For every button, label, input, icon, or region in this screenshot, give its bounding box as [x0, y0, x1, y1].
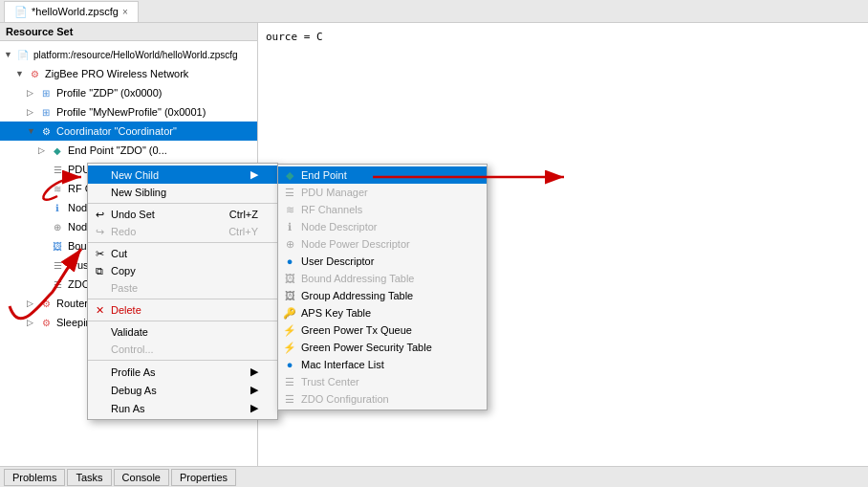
menu-copy[interactable]: ⧉ Copy: [88, 262, 277, 279]
menu-validate[interactable]: Validate: [88, 323, 277, 341]
menu-new-child[interactable]: New Child ▶: [88, 166, 277, 184]
submenu-rf-channels: ≋ RF Channels: [278, 201, 487, 218]
menu-profile-as[interactable]: Profile As ▶: [88, 363, 277, 381]
submenu-pdu-manager: ☰ PDU Manager: [278, 184, 487, 201]
endpoint-icon: ◆: [282, 169, 297, 182]
tree-label: End Point "ZDO" (0...: [68, 144, 167, 156]
submenu-user-descriptor[interactable]: ● User Descriptor: [278, 253, 487, 270]
mac-icon: ●: [282, 359, 297, 370]
delete-icon: ✕: [92, 304, 107, 317]
menu-debug-as[interactable]: Debug As ▶: [88, 381, 277, 399]
nodepower-icon: ⊕: [50, 219, 65, 234]
tab-properties[interactable]: Properties: [171, 469, 236, 486]
tab-close[interactable]: ×: [122, 7, 128, 17]
tree-arrow: ▷: [27, 107, 38, 117]
menu-delete[interactable]: ✕ Delete: [88, 301, 277, 319]
main-tab[interactable]: 📄 *helloWorld.zpscfg ×: [4, 1, 139, 22]
cut-icon: ✂: [92, 248, 107, 260]
shortcut-label: Ctrl+Y: [209, 226, 258, 237]
tree-arrow: ▼: [15, 69, 27, 78]
submenu-zdo-configuration: ☰ ZDO Configuration: [278, 390, 487, 408]
nodedesc-icon: ℹ: [50, 200, 65, 215]
submenu-green-power-tx[interactable]: ⚡ Green Power Tx Queue: [278, 321, 487, 339]
shortcut-label: Ctrl+Z: [210, 209, 258, 220]
menu-label: Copy: [111, 265, 136, 277]
tree-item-root[interactable]: ▼ 📄 platform:/resource/HelloWorld/helloW…: [0, 45, 257, 64]
file-icon: 📄: [14, 6, 28, 18]
submenu-arrow-icon: ▶: [241, 365, 258, 378]
bound-icon: 🖼: [50, 238, 65, 254]
menu-label: Validate: [111, 326, 148, 338]
tab-problems[interactable]: Problems: [4, 469, 65, 486]
submenu-endpoint[interactable]: ◆ End Point: [278, 166, 487, 184]
tree-item-endpoint[interactable]: ▷ ◆ End Point "ZDO" (0...: [0, 141, 257, 160]
menu-separator-3: [88, 299, 277, 299]
zdo-icon: ☰: [282, 393, 297, 406]
aps-icon: 🔑: [282, 307, 297, 320]
submenu-trust-center: ☰ Trust Center: [278, 373, 487, 390]
tree-label: ZigBee PRO Wireless Network: [45, 68, 188, 79]
tree-arrow: ▷: [27, 318, 38, 327]
tab-bar: 📄 *helloWorld.zpscfg ×: [0, 0, 868, 23]
tree-item-mynew[interactable]: ▷ ⊞ Profile "MyNewProfile" (0x0001): [0, 102, 257, 122]
submenu-label: PDU Manager: [301, 187, 368, 198]
menu-label: New Child: [111, 169, 159, 181]
tree-arrow: ▼: [4, 50, 15, 59]
tab-tasks[interactable]: Tasks: [67, 469, 111, 486]
menu-label: Undo Set: [111, 209, 155, 220]
nodepower-icon: ⊕: [282, 238, 297, 251]
tree-item-coord[interactable]: ▼ ⚙ Coordinator "Coordinator": [0, 122, 257, 141]
profile-icon: ⊞: [38, 104, 54, 120]
submenu-label: End Point: [301, 169, 347, 181]
submenu-mac-interface[interactable]: ● Mac Interface List: [278, 356, 487, 373]
pdu-icon: ☰: [282, 187, 297, 199]
menu-undo[interactable]: ↩ Undo Set Ctrl+Z: [88, 206, 277, 223]
submenu-label: Node Descriptor: [301, 221, 377, 232]
tab-console[interactable]: Console: [114, 469, 169, 486]
sleep-icon: ⚙: [38, 315, 54, 330]
menu-label: Control...: [111, 343, 154, 355]
menu-label: Run As: [111, 403, 144, 414]
bound-icon: 🖼: [282, 273, 297, 284]
new-child-submenu: ◆ End Point ☰ PDU Manager ≋ RF Channels …: [277, 164, 488, 410]
tree-item-zigbee[interactable]: ▼ ⚙ ZigBee PRO Wireless Network: [0, 64, 257, 83]
submenu-aps-key-table[interactable]: 🔑 APS Key Table: [278, 304, 487, 321]
menu-control: Control...: [88, 341, 277, 358]
menu-new-sibling[interactable]: New Sibling: [88, 184, 277, 201]
submenu-arrow-icon: ▶: [241, 402, 258, 414]
rf-icon: ≋: [50, 181, 65, 196]
tree-arrow: ▷: [27, 88, 38, 98]
tree-label: Profile "ZDP" (0x0000): [56, 87, 163, 99]
submenu-group-addressing-table[interactable]: 🖼 Group Addressing Table: [278, 287, 487, 304]
tree-label: platform:/resource/HelloWorld/helloWorld…: [33, 50, 238, 60]
menu-run-as[interactable]: Run As ▶: [88, 399, 277, 417]
menu-label: Debug As: [111, 385, 157, 396]
menu-cut[interactable]: ✂ Cut: [88, 245, 277, 262]
submenu-arrow-icon: ▶: [241, 384, 258, 396]
tree-label: Coordinator "Coordinator": [56, 125, 177, 137]
submenu-green-power-security[interactable]: ⚡ Green Power Security Table: [278, 339, 487, 356]
pdu-icon: ☰: [50, 162, 65, 177]
menu-paste: Paste: [88, 279, 277, 297]
submenu-label: Green Power Tx Queue: [301, 324, 412, 336]
tree-label: Profile "MyNewProfile" (0x0001): [56, 106, 206, 118]
tree-header: Resource Set: [0, 23, 257, 41]
userdesc-icon: ●: [282, 255, 297, 267]
trust-icon: ☰: [282, 376, 297, 388]
source-text: ource = C: [262, 27, 864, 47]
menu-separator-1: [88, 203, 277, 204]
tree-item-zdp[interactable]: ▷ ⊞ Profile "ZDP" (0x0000): [0, 83, 257, 102]
zdo-icon: ☰: [50, 277, 65, 292]
submenu-arrow-icon: ▶: [241, 168, 258, 181]
tree-arrow: ▷: [38, 145, 50, 155]
submenu-label: ZDO Configuration: [301, 393, 389, 405]
submenu-label: Bound Addressing Table: [301, 273, 414, 284]
submenu-label: APS Key Table: [301, 307, 371, 319]
zigbee-icon: ⚙: [27, 66, 42, 81]
submenu-label: Node Power Descriptor: [301, 238, 410, 250]
tree-arrow: ▷: [27, 299, 38, 308]
submenu-label: Group Addressing Table: [301, 290, 413, 301]
menu-redo: ↪ Redo Ctrl+Y: [88, 223, 277, 240]
gpsec-icon: ⚡: [282, 342, 297, 354]
submenu-label: Mac Interface List: [301, 359, 384, 370]
